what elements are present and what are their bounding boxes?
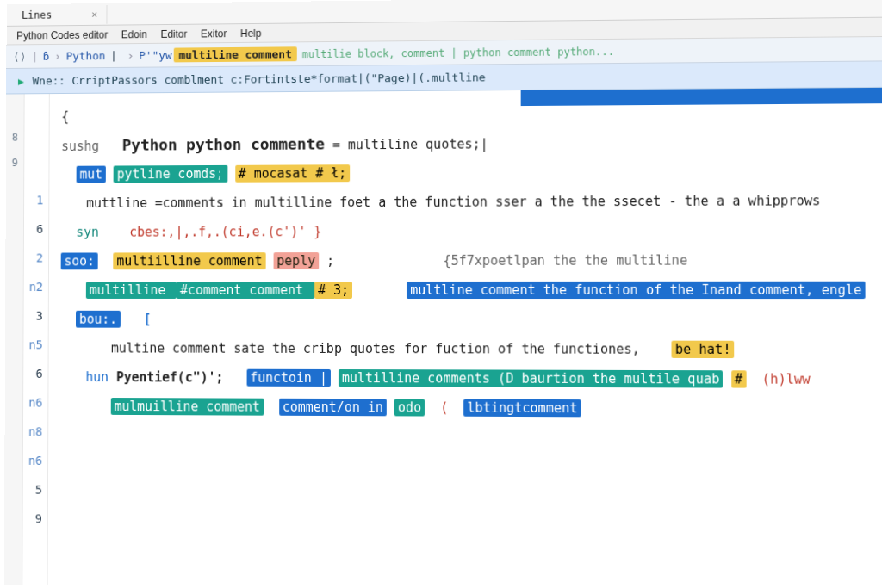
run-icon[interactable]: ▶	[18, 75, 24, 87]
code-line: muttline =comments in multilline foet a …	[61, 186, 882, 218]
code-line: hun Pyentief(c")'; functoin | multilline…	[60, 362, 882, 394]
main-area: 89 162n23n56n6n8n659 { sushg Python pyth…	[4, 88, 882, 588]
tab-label: Lines	[22, 9, 52, 21]
marker-gutter: 89	[4, 94, 25, 585]
code-line: bou:. [	[60, 305, 882, 335]
breadcrumb-tail: multilie block, comment | python comment…	[302, 45, 614, 59]
code-line: mulmuilline comment comment/on in odo ( …	[60, 392, 882, 424]
crumb-file[interactable]: P'"yw	[139, 49, 171, 62]
crumb-python[interactable]: Python	[66, 49, 106, 62]
code-line: mut pytline comds; # mocasat # ł;	[61, 156, 882, 189]
menu-item-help[interactable]: Help	[233, 24, 268, 41]
menu-item-python-codes[interactable]: Python Codes editor	[9, 26, 115, 44]
nav-back-icon[interactable]: ⟨⟩	[13, 50, 26, 63]
code-line: syn cbes:,|,.f,.(ci,e.(c')' }	[61, 215, 882, 246]
crumb-root[interactable]: ɓ	[43, 50, 50, 63]
close-icon[interactable]: ×	[91, 9, 97, 21]
line-number-gutter: 162n23n56n6n8n659	[22, 94, 50, 585]
context-badge: multiline comment	[174, 46, 297, 62]
menu-item-edoin[interactable]: Edoin	[115, 26, 154, 43]
code-line: multine comment sate the cribp quotes fo…	[60, 334, 882, 365]
code-line: soo: multiilline comment peply ; {5f7xpo…	[61, 245, 882, 275]
code-editor[interactable]: { sushg Python python commente = multili…	[48, 88, 882, 588]
info-text: Wne:: CrriptPassors comblment c:Fortints…	[33, 71, 486, 87]
menu-item-editor[interactable]: Editor	[154, 25, 195, 42]
code-line: multilline #comment comment # 3; multlin…	[60, 275, 882, 306]
code-line: sushg Python python commente = multiline…	[61, 127, 882, 160]
menu-item-exitor[interactable]: Exitor	[194, 25, 233, 42]
file-tab[interactable]: Lines ×	[13, 5, 107, 25]
